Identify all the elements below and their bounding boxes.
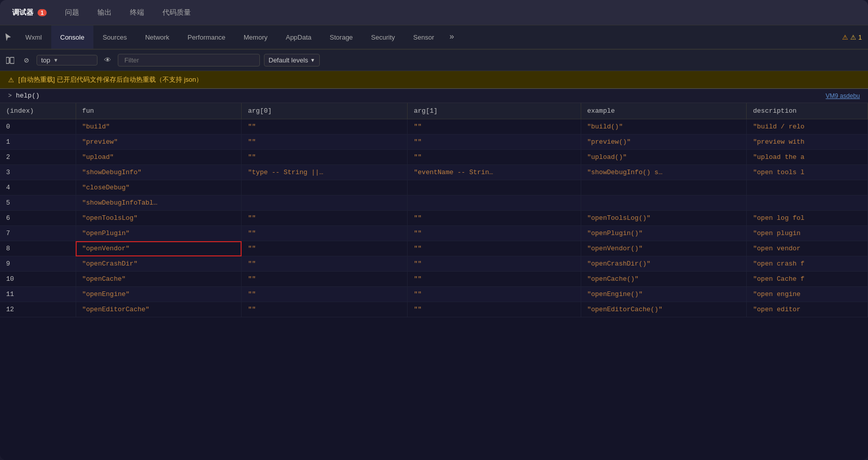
table-cell-0-5: "build / relo [747,119,868,135]
warning-bar: ⚠ [自动热重载] 已开启代码文件保存后自动热重载（不支持 json） [0,71,868,89]
table-cell-0-1: "build" [76,119,242,135]
console-command-text: help() [16,92,40,100]
vm-link[interactable]: VM9 asdebu [826,92,860,100]
topbar-item-terminal[interactable]: 终端 [126,6,148,19]
table-cell-3-5: "open tools l [747,165,868,180]
table-cell-5-4 [581,195,747,211]
topbar-label-terminal: 终端 [130,8,144,16]
table-row[interactable]: 4"closeDebug" [0,180,868,195]
table-cell-12-5: "open editor [747,302,868,317]
table-cell-5-0: 5 [0,195,76,211]
table-row[interactable]: 11"openEngine""""""openEngine()""open en… [0,287,868,302]
topbar-label-issues: 问题 [65,8,79,16]
table-cell-2-3: "" [408,150,581,165]
topbar-item-output[interactable]: 输出 [93,6,116,19]
table-cell-9-4: "openCrashDir()" [581,256,747,272]
table-cell-9-5: "open crash f [747,256,868,272]
table-cell-7-0: 7 [0,226,76,241]
tab-cursor-icon[interactable] [0,25,16,49]
table-row[interactable]: 0"build""""""build()""build / relo [0,119,868,135]
svg-rect-1 [10,57,14,63]
tab-appdata[interactable]: AppData [277,25,321,50]
console-table: (index) fun arg[0] arg[1] example descri… [0,103,868,460]
table-row[interactable]: 9"openCrashDir""""""openCrashDir()""open… [0,256,868,272]
table-row[interactable]: 8"openVendor""""""openVendor()""open ven… [0,241,868,256]
col-header-arg0: arg[0] [242,103,408,119]
tab-storage[interactable]: Storage [321,25,362,50]
table-cell-9-2: "" [242,256,408,272]
table-row[interactable]: 1"preview""""""preview()""preview with [0,135,868,150]
table-cell-11-5: "open engine [747,287,868,302]
table-cell-2-4: "upload()" [581,150,747,165]
topbar-item-issues[interactable]: 问题 [61,6,83,19]
table-row[interactable]: 6"openToolsLog""""""openToolsLog()""open… [0,211,868,226]
tab-performance[interactable]: Performance [179,25,235,50]
topbar-item-debugger[interactable]: 调试器 1 [8,6,51,19]
console-help-line: > help() VM9 asdebu [0,89,868,103]
top-bar: 调试器 1 问题 输出 终端 代码质量 [0,0,868,25]
block-icon: ⊘ [24,55,29,65]
table-cell-0-0: 0 [0,119,76,135]
table-cell-4-1: "closeDebug" [76,180,242,195]
table-cell-9-0: 9 [0,256,76,272]
table-cell-4-3 [408,180,581,195]
chevron-down-icon: ▼ [53,57,58,63]
col-header-fun: fun [76,103,242,119]
tab-network[interactable]: Network [136,25,179,50]
topbar-label-output: 输出 [97,8,112,16]
clear-console-button[interactable]: ⊘ [20,54,32,67]
table-cell-3-4: "showDebugInfo() s… [581,165,747,180]
table-cell-1-3: "" [408,135,581,150]
table-cell-6-4: "openToolsLog()" [581,211,747,226]
console-toolbar: ⊘ top ▼ 👁 Default levels ▼ [0,50,868,71]
table-cell-10-1: "openCache" [76,272,242,287]
table-cell-8-0: 8 [0,241,76,256]
tab-memory[interactable]: Memory [235,25,277,50]
table-row[interactable]: 5"showDebugInfoTabl… [0,195,868,211]
log-levels-selector[interactable]: Default levels ▼ [264,54,320,67]
tab-bar: Wxml Console Sources Network Performance… [0,25,868,50]
table-row[interactable]: 3"showDebugInfo""type -- String ||…"even… [0,165,868,180]
table-cell-4-0: 4 [0,180,76,195]
table-cell-12-0: 12 [0,302,76,317]
tab-sensor[interactable]: Sensor [404,25,443,50]
table-row[interactable]: 10"openCache""""""openCache()""open Cach… [0,272,868,287]
table-cell-5-1: "showDebugInfoTabl… [76,195,242,211]
table-cell-4-4 [581,180,747,195]
table-cell-12-4: "openEditorCache()" [581,302,747,317]
table-cell-1-2: "" [242,135,408,150]
col-header-arg1: arg[1] [408,103,581,119]
table-cell-10-4: "openCache()" [581,272,747,287]
table-cell-7-4: "openPlugin()" [581,226,747,241]
filter-input[interactable] [118,54,260,67]
eye-button[interactable]: 👁 [102,54,114,67]
table-cell-1-4: "preview()" [581,135,747,150]
topbar-badge-debugger: 1 [38,9,47,16]
tab-wxml[interactable]: Wxml [16,25,51,50]
tab-more-button[interactable]: » [443,25,460,49]
table-cell-8-1: "openVendor" [76,241,242,256]
context-selector[interactable]: top ▼ [37,55,97,65]
table-cell-6-3: "" [408,211,581,226]
topbar-item-codequality[interactable]: 代码质量 [158,6,195,19]
table-row[interactable]: 12"openEditorCache""""""openEditorCache(… [0,302,868,317]
tab-console[interactable]: Console [51,25,94,50]
table-cell-2-1: "upload" [76,150,242,165]
table-cell-10-3: "" [408,272,581,287]
table-row[interactable]: 2"upload""""""upload()""upload the a [0,150,868,165]
table-cell-8-2: "" [242,241,408,256]
col-header-description: description [747,103,868,119]
table-cell-11-0: 11 [0,287,76,302]
tab-security[interactable]: Security [362,25,404,50]
console-main: ⚠ [自动热重载] 已开启代码文件保存后自动热重载（不支持 json） > he… [0,71,868,460]
table-cell-11-2: "" [242,287,408,302]
eye-icon: 👁 [104,56,111,64]
table-cell-3-3: "eventName -- Strin… [408,165,581,180]
table-cell-8-4: "openVendor()" [581,241,747,256]
warning-triangle-icon: ⚠ [8,76,14,84]
sidebar-toggle-button[interactable] [4,54,16,67]
col-header-example: example [581,103,747,119]
tab-sources[interactable]: Sources [93,25,136,50]
tab-warning-count: ⚠ ⚠ 1 [836,25,868,49]
table-row[interactable]: 7"openPlugin""""""openPlugin()""open plu… [0,226,868,241]
